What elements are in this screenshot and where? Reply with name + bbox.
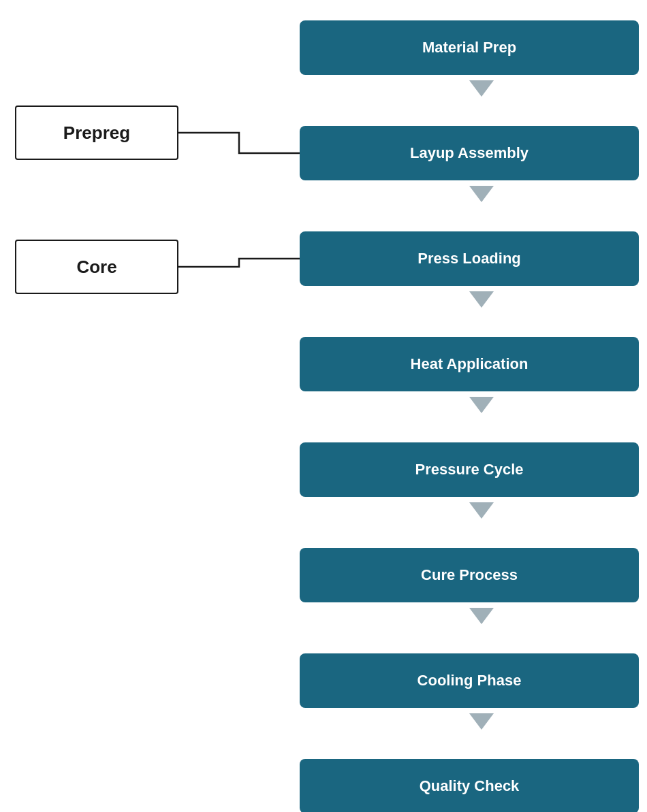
arrow-down-2: [469, 186, 494, 202]
core-label: Core: [76, 257, 116, 278]
arrow-down-7: [469, 713, 494, 730]
arrow-down-3: [469, 291, 494, 308]
arrow-down-5: [469, 502, 494, 519]
layup-assembly-label: Layup Assembly: [410, 144, 528, 162]
pressure-cycle-label: Pressure Cycle: [415, 461, 524, 478]
cure-process-label: Cure Process: [421, 566, 518, 584]
core-input-box: Core: [15, 240, 178, 294]
cooling-phase-box: Cooling Phase: [300, 653, 639, 708]
quality-check-label: Quality Check: [420, 777, 520, 795]
arrow-down-4: [469, 397, 494, 413]
arrow-down-6: [469, 608, 494, 624]
layup-assembly-box: Layup Assembly: [300, 126, 639, 180]
prepreg-input-box: Prepreg: [15, 105, 178, 160]
prepreg-label: Prepreg: [63, 123, 130, 144]
heat-application-label: Heat Application: [411, 355, 528, 373]
pressure-cycle-box: Pressure Cycle: [300, 442, 639, 497]
prepreg-connector: [178, 133, 300, 153]
material-prep-box: Material Prep: [300, 20, 639, 75]
heat-application-box: Heat Application: [300, 337, 639, 391]
cooling-phase-label: Cooling Phase: [417, 672, 522, 689]
material-prep-label: Material Prep: [422, 39, 516, 56]
diagram-container: Prepreg Core Material Prep Layup Assembl…: [0, 0, 647, 812]
cure-process-box: Cure Process: [300, 548, 639, 602]
arrow-down-1: [469, 80, 494, 97]
press-loading-box: Press Loading: [300, 231, 639, 286]
core-connector: [178, 259, 300, 267]
quality-check-box: Quality Check: [300, 759, 639, 812]
press-loading-label: Press Loading: [417, 250, 521, 267]
